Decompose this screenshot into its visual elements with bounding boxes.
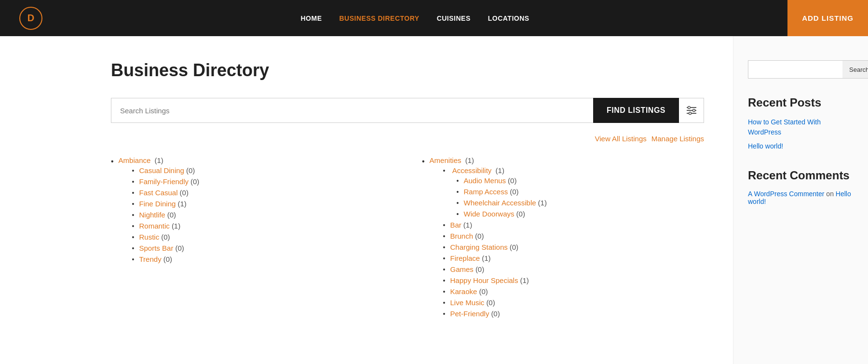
- header: D HOME BUSINESS DIRECTORY CUISINES LOCAT…: [0, 0, 868, 36]
- list-item: Audio Menus(0): [457, 176, 547, 185]
- nav-locations[interactable]: LOCATIONS: [488, 14, 529, 22]
- logo-icon[interactable]: D: [19, 7, 42, 30]
- nav-cuisines[interactable]: CUISINES: [437, 14, 471, 22]
- sidebar-recent-posts: Recent Posts How to Get Started With Wor…: [748, 96, 854, 151]
- view-all-listings-link[interactable]: View All Listings: [595, 135, 646, 143]
- nav-home[interactable]: HOME: [300, 14, 322, 22]
- list-item: Accessibility (1) Audio Menus(0) Ramp Ac…: [443, 166, 547, 218]
- list-item: Fireplace(1): [443, 254, 547, 262]
- list-item: Sports Bar(0): [132, 244, 200, 252]
- sidebar-search-button[interactable]: Search: [842, 60, 868, 79]
- add-listing-button[interactable]: ADD LISTING: [787, 0, 868, 36]
- list-item: Charging Stations(0): [443, 243, 547, 251]
- comment-text: A WordPress Commenter on Hello world!: [748, 190, 854, 205]
- recent-post-1[interactable]: How to Get Started With WordPress: [748, 117, 854, 137]
- list-item: Brunch(0): [443, 232, 547, 240]
- list-item: Rustic(0): [132, 233, 200, 241]
- amenities-column: Amenities (1) Accessibility (1) Audio Me: [422, 156, 704, 324]
- list-item: Pet-Friendly(0): [443, 310, 547, 318]
- ambiance-label[interactable]: Ambiance: [119, 156, 151, 164]
- svg-point-4: [692, 109, 695, 112]
- sidebar: Search Recent Posts How to Get Started W…: [733, 36, 868, 364]
- ambiance-count: (1): [154, 156, 163, 164]
- list-item: Casual Dining(0): [132, 166, 200, 175]
- list-item: Trendy(0): [132, 255, 200, 263]
- recent-post-2[interactable]: Hello world!: [748, 141, 854, 151]
- links-row: View All Listings Manage Listings: [111, 135, 704, 143]
- amenities-count: (1): [465, 156, 474, 164]
- find-listings-button[interactable]: FIND LISTINGS: [593, 98, 679, 123]
- accessibility-sublist: Audio Menus(0) Ramp Access(0) Wheelchair…: [443, 176, 547, 218]
- sidebar-search-input[interactable]: [748, 60, 842, 79]
- list-item: Fast Casual(0): [132, 189, 200, 197]
- list-item: Romantic(1): [132, 222, 200, 230]
- svg-point-3: [688, 107, 690, 109]
- list-item: Wheelchair Accessible(1): [457, 199, 547, 207]
- filter-icon-button[interactable]: [679, 98, 704, 123]
- list-item: Happy Hour Specials(1): [443, 276, 547, 284]
- categories-grid: Ambiance (1) Casual Dining(0) Family-Fri…: [111, 156, 704, 324]
- list-item: Live Music(0): [443, 298, 547, 307]
- page-title: Business Directory: [111, 60, 704, 81]
- recent-posts-title: Recent Posts: [748, 96, 854, 109]
- ambiance-column: Ambiance (1) Casual Dining(0) Family-Fri…: [111, 156, 393, 324]
- list-item: Fine Dining(1): [132, 200, 200, 208]
- list-item: Wide Doorways(0): [457, 210, 547, 218]
- svg-point-5: [689, 112, 691, 115]
- nav-business-directory[interactable]: BUSINESS DIRECTORY: [339, 14, 419, 22]
- main-content: Business Directory FIND LISTINGS View Al…: [0, 36, 733, 364]
- search-bar: FIND LISTINGS: [111, 98, 704, 123]
- page-wrap: Business Directory FIND LISTINGS View Al…: [0, 36, 868, 364]
- list-item: Nightlife(0): [132, 211, 200, 219]
- manage-listings-link[interactable]: Manage Listings: [651, 135, 704, 143]
- ambiance-sublist: Casual Dining(0) Family-Friendly(0) Fast…: [119, 166, 200, 263]
- filter-icon: [686, 106, 697, 115]
- sidebar-search-box: Search: [748, 60, 854, 79]
- list-item: Ramp Access(0): [457, 188, 547, 196]
- amenities-sublist: Accessibility (1) Audio Menus(0) Ramp Ac…: [430, 166, 547, 318]
- list-item: Bar(1): [443, 221, 547, 229]
- recent-comments-title: Recent Comments: [748, 169, 854, 182]
- search-listings-input[interactable]: [111, 98, 593, 123]
- list-item: Karaoke(0): [443, 287, 547, 296]
- commenter-link[interactable]: A WordPress Commenter: [748, 190, 824, 198]
- sidebar-recent-comments: Recent Comments A WordPress Commenter on…: [748, 169, 854, 205]
- main-nav: HOME BUSINESS DIRECTORY CUISINES LOCATIO…: [300, 14, 529, 22]
- comment-on-label: on: [826, 190, 834, 198]
- amenities-label[interactable]: Amenities: [430, 156, 461, 164]
- list-item: Games(0): [443, 265, 547, 273]
- list-item: Family-Friendly(0): [132, 177, 200, 186]
